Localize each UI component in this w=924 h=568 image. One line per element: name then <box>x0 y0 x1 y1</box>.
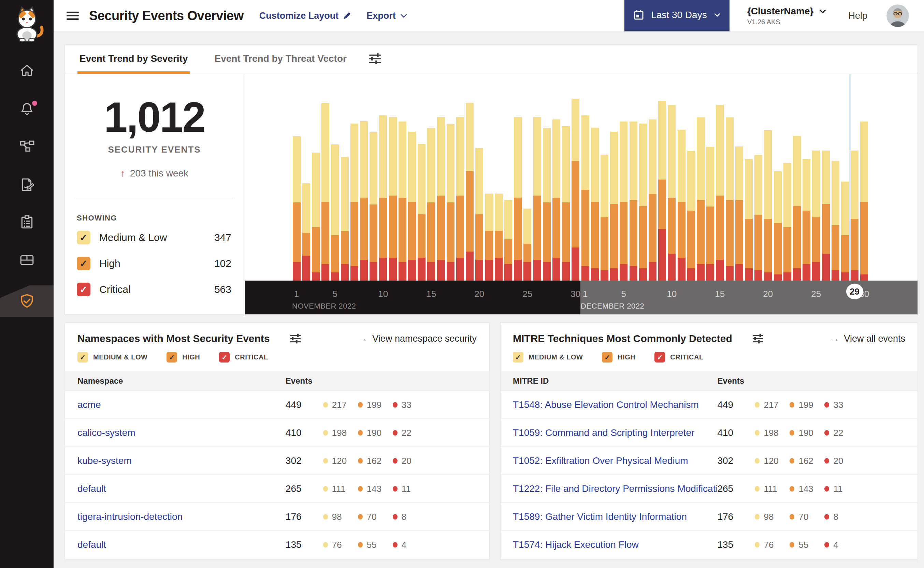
row-link[interactable]: default <box>65 539 286 550</box>
bar-segment-critical <box>447 262 455 281</box>
bar-segment-high <box>389 196 397 258</box>
cat-logo[interactable] <box>8 6 46 45</box>
row-link[interactable]: T1222: File and Directory Permissions Mo… <box>500 483 717 494</box>
sidebar-item-policies[interactable] <box>0 169 54 200</box>
sidebar-item-home[interactable] <box>0 54 54 86</box>
chart-settings-icon[interactable] <box>368 52 381 65</box>
severity-toggle-critical[interactable]: ✓ Critical 563 <box>77 278 231 301</box>
medium_low-dot-icon <box>755 542 760 547</box>
bar-segment-medium_low <box>802 159 810 211</box>
bar-segment-high <box>331 235 339 272</box>
checkbox-critical[interactable]: ✓ <box>77 282 90 296</box>
filter-critical[interactable]: ✓Critical <box>219 352 268 363</box>
medium_low-dot-icon <box>755 430 760 435</box>
date-range-button[interactable]: Last 30 Days <box>624 0 730 32</box>
checkbox-critical[interactable]: ✓ <box>654 352 665 363</box>
severity-count-critical: 33 <box>393 400 428 410</box>
cluster-version: V1.26 AKS <box>747 18 827 26</box>
filter-high[interactable]: ✓High <box>166 352 200 363</box>
row-total-events: 176 <box>717 511 755 522</box>
bar-segment-medium_low <box>514 117 522 198</box>
bar-segment-medium_low <box>793 136 801 206</box>
severity-count: 563 <box>214 284 231 295</box>
checkbox-critical[interactable]: ✓ <box>219 352 230 363</box>
row-link[interactable]: acme <box>65 399 286 410</box>
user-avatar[interactable] <box>886 5 909 27</box>
row-link[interactable]: T1574: Hijack Execution Flow <box>500 539 717 550</box>
export-button[interactable]: Export <box>366 11 407 21</box>
bar-segment-medium_low <box>860 121 868 202</box>
row-link[interactable]: T1052: Exfiltration Over Physical Medium <box>500 455 717 466</box>
checkbox-high[interactable]: ✓ <box>602 352 612 363</box>
severity-count-critical: 22 <box>393 428 428 438</box>
bar-segment-critical <box>600 270 608 281</box>
bar-segment-high <box>860 202 868 275</box>
bar-segment-high <box>697 200 705 264</box>
filter-label: Medium & Low <box>93 353 148 361</box>
tab-event-trend-by-severity[interactable]: Event Trend by Severity <box>77 44 190 73</box>
severity-toggle-high[interactable]: ✓ High 102 <box>77 252 231 275</box>
bar-segment-critical <box>860 275 868 281</box>
filter-label: High <box>618 353 635 361</box>
panel-settings-icon[interactable] <box>752 333 764 344</box>
help-link[interactable]: Help <box>848 11 867 21</box>
bar-segment-critical <box>802 264 810 281</box>
severity-label: Medium & Low <box>99 232 167 243</box>
severity-filters: ✓Medium & Low ✓High ✓Critical <box>500 344 918 363</box>
row-link[interactable]: T1548: Abuse Elevation Control Mechanism <box>500 399 717 410</box>
checkbox-medium-low[interactable]: ✓ <box>513 352 523 363</box>
sidebar-item-threat-defense[interactable] <box>0 286 54 317</box>
severity-count-high: 70 <box>358 512 393 522</box>
severity-toggle-medium-low[interactable]: ✓ Medium & Low 347 <box>77 227 231 249</box>
checkbox-high[interactable]: ✓ <box>166 352 177 363</box>
row-link[interactable]: default <box>65 483 286 494</box>
bar-segment-medium_low <box>668 105 675 198</box>
namespaces-panel: Namespaces with Most Security Events →Vi… <box>65 322 489 560</box>
customize-layout-label: Customize Layout <box>259 11 339 21</box>
filter-medium-low[interactable]: ✓Medium & Low <box>77 352 148 363</box>
row-total-events: 302 <box>717 455 755 466</box>
cluster-selector[interactable]: {ClusterName} V1.26 AKS <box>747 6 827 26</box>
bar-segment-high <box>784 227 791 272</box>
row-link[interactable]: calico-system <box>65 428 286 438</box>
severity-count-critical: 4 <box>825 540 859 550</box>
bar-segment-medium_low <box>447 124 455 202</box>
bar-segment-medium_low <box>523 208 531 244</box>
bar-segment-medium_low <box>841 181 849 235</box>
hamburger-menu-icon[interactable] <box>66 9 79 22</box>
panel-title: MITRE Techniques Most Commonly Detected <box>513 333 732 344</box>
sidebar-item-service-graph[interactable] <box>0 130 54 162</box>
sidebar-item-compliance[interactable] <box>0 207 54 238</box>
row-link[interactable]: kube-system <box>65 455 286 466</box>
row-link[interactable]: T1589: Gather Victim Identity Informatio… <box>500 511 717 522</box>
filter-high[interactable]: ✓High <box>602 352 635 363</box>
checkbox-high[interactable]: ✓ <box>77 257 90 270</box>
bar-segment-high <box>495 231 503 258</box>
table-row: tigera-intrusion-detection17698708 <box>65 503 489 530</box>
row-total-events: 449 <box>286 399 323 410</box>
sidebar-item-workloads[interactable] <box>0 245 54 276</box>
filter-critical[interactable]: ✓Critical <box>654 352 703 363</box>
filter-medium-low[interactable]: ✓Medium & Low <box>513 352 583 363</box>
checkbox-medium-low[interactable]: ✓ <box>77 352 88 363</box>
sidebar-item-notifications[interactable] <box>0 92 54 124</box>
tab-event-trend-by-threat-vector[interactable]: Event Trend by Threat Vector <box>212 44 348 73</box>
chart-plot[interactable] <box>245 74 918 281</box>
customize-layout-button[interactable]: Customize Layout <box>259 11 352 21</box>
bar-segment-critical <box>389 258 397 281</box>
bar-segment-medium_low <box>321 103 329 202</box>
view-namespace-security-link[interactable]: →View namespace security <box>358 334 477 344</box>
critical-dot-icon <box>393 402 398 408</box>
panel-settings-icon[interactable] <box>290 333 301 344</box>
row-link[interactable]: T1059: Command and Scripting Interpreter <box>500 428 717 438</box>
bar-segment-high <box>437 196 445 260</box>
row-link[interactable]: tigera-intrusion-detection <box>65 511 286 522</box>
bar-segment-high <box>418 215 425 258</box>
checkbox-medium-low[interactable]: ✓ <box>77 231 90 245</box>
view-all-events-link[interactable]: →View all events <box>830 334 905 344</box>
severity-count-high: 190 <box>790 428 825 438</box>
selected-day-bubble[interactable]: 29 <box>846 284 863 299</box>
severity-count-medium_low: 98 <box>755 512 790 522</box>
bar-segment-critical <box>832 270 840 281</box>
mitre-table: T1548: Abuse Elevation Control Mechanism… <box>500 391 918 559</box>
